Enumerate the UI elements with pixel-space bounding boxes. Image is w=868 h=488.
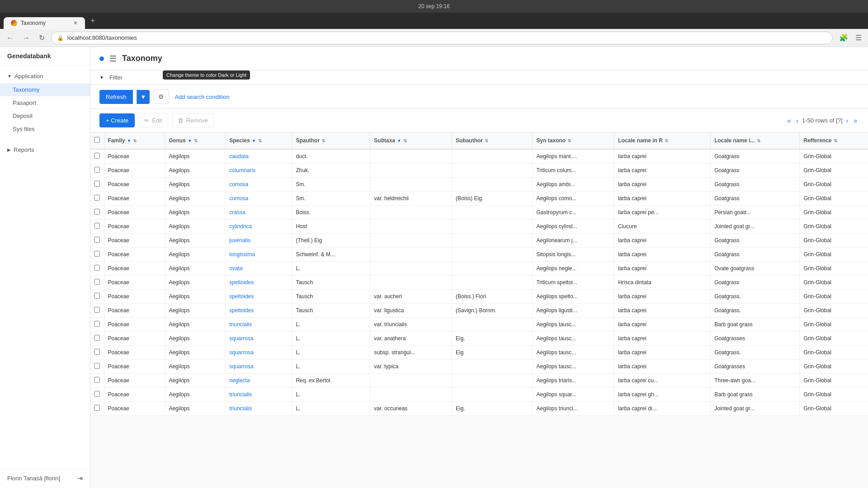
create-button[interactable]: + Create: [99, 113, 135, 127]
locale-name-i-cell: Goatgrass: [711, 276, 800, 290]
row-checkbox[interactable]: [94, 391, 100, 397]
spauthor-cell: Tausch: [292, 290, 370, 304]
genus-cell: Aegilops: [165, 290, 226, 304]
species-cell[interactable]: crassa: [226, 206, 292, 220]
subauthor-cell: [452, 234, 533, 248]
subauthor-header[interactable]: Subauthor ⇅: [452, 132, 533, 149]
species-cell[interactable]: columnaris: [226, 164, 292, 178]
reload-button[interactable]: ↻: [36, 32, 47, 44]
row-checkbox[interactable]: [94, 167, 100, 173]
forward-button[interactable]: →: [20, 32, 33, 44]
species-cell[interactable]: speltoides: [226, 276, 292, 290]
spauthor-header[interactable]: Spauthor ⇅: [292, 132, 370, 149]
row-checkbox[interactable]: [94, 265, 100, 271]
settings-button[interactable]: ⚙: [153, 89, 169, 104]
genus-cell: Aegilops: [165, 206, 226, 220]
row-checkbox[interactable]: [94, 405, 100, 411]
species-cell[interactable]: comosa: [226, 178, 292, 192]
sidebar-item-deposit[interactable]: Deposit: [0, 109, 90, 122]
species-cell[interactable]: speltoides: [226, 304, 292, 318]
sidebar-group-reports[interactable]: ▶ Reports: [0, 143, 90, 157]
genus-header[interactable]: Genus ▼ ⇅: [165, 132, 226, 149]
row-checkbox[interactable]: [94, 153, 100, 159]
species-cell[interactable]: squarrosa: [226, 346, 292, 360]
row-checkbox[interactable]: [94, 293, 100, 299]
row-checkbox[interactable]: [94, 223, 100, 229]
sidebar-group-application[interactable]: ▼ Application: [0, 69, 90, 83]
logout-icon[interactable]: ⇥: [77, 474, 83, 483]
next-page-button[interactable]: ›: [844, 115, 850, 126]
row-checkbox[interactable]: [94, 251, 100, 257]
species-cell[interactable]: neglecta: [226, 374, 292, 388]
species-cell[interactable]: triuncialis: [226, 402, 292, 416]
species-header[interactable]: Species ▼ ⇅: [226, 132, 292, 149]
family-cell: Poaceae: [104, 149, 165, 164]
row-checkbox[interactable]: [94, 335, 100, 341]
new-tab-icon[interactable]: +: [85, 16, 101, 26]
row-checkbox[interactable]: [94, 209, 100, 215]
syn-taxono-cell: Triticum speltoi...: [533, 276, 614, 290]
back-button[interactable]: ←: [4, 32, 16, 44]
reference-cell: Grin-Global: [800, 164, 868, 178]
locale-name-i-cell: Goatgrass.: [711, 290, 800, 304]
species-cell[interactable]: squarrosa: [226, 332, 292, 346]
tab-close-icon[interactable]: ✕: [73, 20, 78, 26]
select-all-checkbox[interactable]: [94, 137, 100, 143]
table-row: Poaceae Aegilops triuncialis L. var. tri…: [90, 318, 868, 332]
species-cell[interactable]: cylindrica: [226, 220, 292, 234]
row-checkbox[interactable]: [94, 237, 100, 243]
locale-name-r-header[interactable]: Locale name in R ⇅: [614, 132, 711, 149]
species-cell[interactable]: comosa: [226, 192, 292, 206]
family-header[interactable]: Family ▼ ⇅: [104, 132, 165, 149]
add-search-condition-button[interactable]: Add search condition: [173, 90, 231, 104]
row-checkbox[interactable]: [94, 279, 100, 285]
address-bar[interactable]: 🔒 localhost:8080/taxonomies: [51, 32, 833, 44]
row-checkbox[interactable]: [94, 349, 100, 355]
syn-taxono-header[interactable]: Syn taxono ⇅: [533, 132, 614, 149]
extensions-button[interactable]: 🧩: [836, 32, 851, 44]
sidebar-item-pasaport[interactable]: Pasaport: [0, 96, 90, 109]
locale-name-r-cell: larba caprei: [614, 262, 711, 276]
species-cell[interactable]: juvenalis: [226, 234, 292, 248]
syn-taxono-cell: Aegilops tausc...: [533, 346, 614, 360]
reference-cell: Grin-Global: [800, 360, 868, 374]
refresh-button[interactable]: Refresh: [99, 90, 133, 104]
locale-name-i-cell: Goatgrass: [711, 192, 800, 206]
row-checkbox[interactable]: [94, 377, 100, 383]
species-cell[interactable]: triuncialis: [226, 318, 292, 332]
species-cell[interactable]: speltoides: [226, 290, 292, 304]
species-cell[interactable]: longissima: [226, 248, 292, 262]
refresh-dropdown-button[interactable]: ▼: [137, 90, 150, 104]
prev-page-button[interactable]: ‹: [794, 115, 800, 126]
reference-header[interactable]: Refference ⇅: [800, 132, 868, 149]
row-checkbox-cell: [90, 178, 104, 192]
family-sort-icon: ⇅: [133, 138, 137, 143]
table-row: Poaceae Aegilops squarrosa L. subsp. str…: [90, 346, 868, 360]
row-checkbox[interactable]: [94, 195, 100, 201]
edit-button[interactable]: ✏ Edit: [138, 113, 168, 127]
active-tab[interactable]: Taxonomy ✕: [4, 17, 85, 29]
species-cell[interactable]: triuncialis: [226, 388, 292, 402]
first-page-button[interactable]: «: [785, 115, 793, 126]
sidebar-item-sysfiles[interactable]: Sys files: [0, 122, 90, 136]
locale-name-i-header[interactable]: Locale name i... ⇅: [711, 132, 800, 149]
browser-tabs: Taxonomy ✕ +: [0, 13, 868, 29]
species-cell[interactable]: squarrosa: [226, 360, 292, 374]
family-cell: Poaceae: [104, 304, 165, 318]
species-cell[interactable]: caudata: [226, 149, 292, 164]
header-menu-icon[interactable]: ☰: [109, 54, 117, 64]
sidebar-item-taxonomy[interactable]: Taxonomy: [0, 83, 90, 96]
last-page-button[interactable]: »: [852, 115, 859, 126]
species-cell[interactable]: ovata: [226, 262, 292, 276]
remove-button[interactable]: 🗑 Remove: [172, 113, 214, 127]
row-checkbox[interactable]: [94, 321, 100, 327]
genus-sort-icon: ⇅: [194, 138, 198, 143]
locale-name-i-cell: Goatgrasses: [711, 360, 800, 374]
row-checkbox[interactable]: [94, 363, 100, 369]
syn-taxono-cell: Aegilops negle...: [533, 262, 614, 276]
row-checkbox[interactable]: [94, 181, 100, 187]
sidebar-footer: Florin Tanasă [florin] ⇥: [0, 468, 90, 488]
row-checkbox[interactable]: [94, 307, 100, 313]
menu-button[interactable]: ☰: [853, 32, 864, 44]
subtaxa-header[interactable]: Subtaxa ▼ ⇅: [370, 132, 452, 149]
